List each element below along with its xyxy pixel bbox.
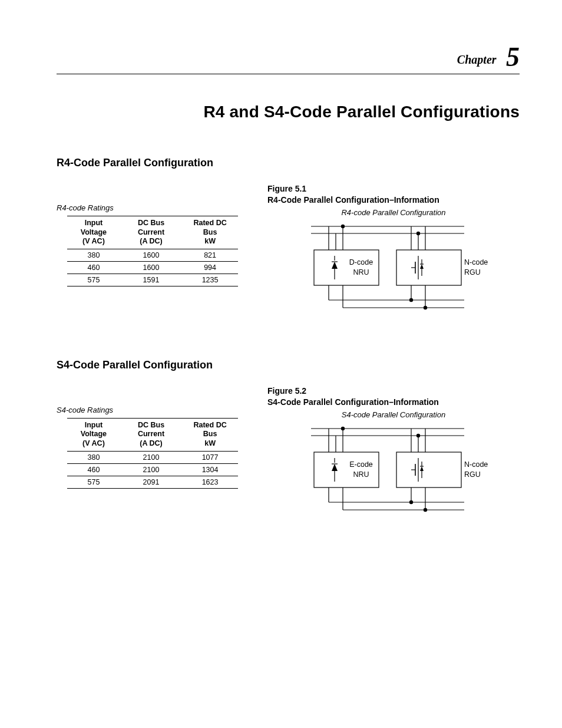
- box2-l1: N-code: [464, 258, 488, 266]
- diagram-r4: D-code NRU N-code RGU: [287, 220, 500, 318]
- chapter-label: Chapter: [457, 53, 497, 66]
- ratings-table-s4: Input Voltage(V AC) DC Bus Current(A DC)…: [67, 418, 238, 489]
- svg-rect-41: [314, 452, 379, 487]
- config-block-s4: S4-code Ratings Input Voltage(V AC) DC B…: [57, 386, 520, 520]
- left-col-s4: S4-code Ratings Input Voltage(V AC) DC B…: [57, 386, 239, 489]
- svg-rect-46: [396, 452, 461, 487]
- svg-rect-10: [314, 250, 379, 285]
- box1-l1: D-code: [349, 258, 373, 266]
- th: DC Bus Current(A DC): [120, 216, 182, 249]
- th: DC Bus Current(A DC): [120, 418, 182, 451]
- svg-point-60: [409, 500, 413, 503]
- table-row: 57515911235: [67, 274, 238, 286]
- svg-point-61: [424, 508, 427, 511]
- section-heading-s4: S4-Code Parallel Configuration: [57, 359, 520, 371]
- table-row: 38021001077: [67, 451, 238, 463]
- table-header-row: Input Voltage(V AC) DC Bus Current(A DC)…: [67, 418, 238, 451]
- right-col-r4: Figure 5.1 R4-Code Parallel Configuratio…: [267, 183, 520, 318]
- svg-point-9: [416, 232, 420, 235]
- chapter-number: 5: [506, 42, 520, 72]
- svg-point-36: [341, 426, 345, 430]
- left-col-r4: R4-code Ratings Input Voltage(V AC) DC B…: [57, 183, 239, 286]
- figure-caption-s4: Figure 5.2 S4-Code Parallel Configuratio…: [267, 386, 520, 408]
- right-col-s4: Figure 5.2 S4-Code Parallel Configuratio…: [267, 386, 520, 520]
- svg-rect-15: [396, 250, 461, 285]
- svg-point-5: [341, 225, 345, 228]
- table-header-row: Input Voltage(V AC) DC Bus Current(A DC)…: [67, 216, 238, 249]
- table-row: 3801600821: [67, 249, 238, 261]
- page-title: R4 and S4-Code Parallel Configurations: [57, 103, 520, 121]
- svg-point-40: [416, 433, 420, 437]
- ratings-table-r4: Input Voltage(V AC) DC Bus Current(A DC)…: [67, 216, 238, 286]
- table-row: 4601600994: [67, 261, 238, 274]
- table-row: 57520911623: [67, 476, 238, 488]
- chapter-header: Chapter 5: [57, 41, 520, 74]
- th: Input Voltage(V AC): [67, 418, 120, 451]
- th: Input Voltage(V AC): [67, 216, 120, 249]
- th: Rated DC BuskW: [182, 216, 238, 249]
- box2-l1: N-code: [464, 460, 488, 469]
- box1-l2: NRU: [353, 268, 369, 276]
- figure-caption-r4: Figure 5.1 R4-Code Parallel Configuratio…: [267, 183, 520, 206]
- svg-point-30: [424, 306, 427, 309]
- th: Rated DC BuskW: [182, 418, 238, 451]
- page: Chapter 5 R4 and S4-Code Parallel Config…: [0, 0, 562, 728]
- box2-l2: RGU: [464, 470, 481, 479]
- section-heading-r4: R4-Code Parallel Configuration: [57, 157, 520, 169]
- table-row: 46021001304: [67, 463, 238, 476]
- ratings-label-r4: R4-code Ratings: [57, 203, 239, 212]
- box1-l2: NRU: [353, 470, 369, 479]
- svg-point-29: [409, 298, 413, 302]
- ratings-label-s4: S4-code Ratings: [57, 406, 239, 414]
- config-subtitle-r4: R4-code Parallel Configuration: [267, 208, 520, 217]
- config-block-r4: R4-code Ratings Input Voltage(V AC) DC B…: [57, 183, 520, 318]
- diagram-s4: E-code NRU N-code RGU: [287, 423, 500, 520]
- config-subtitle-s4: S4-code Parallel Configuration: [267, 410, 520, 419]
- box2-l2: RGU: [464, 268, 481, 276]
- box1-l1: E-code: [349, 460, 373, 469]
